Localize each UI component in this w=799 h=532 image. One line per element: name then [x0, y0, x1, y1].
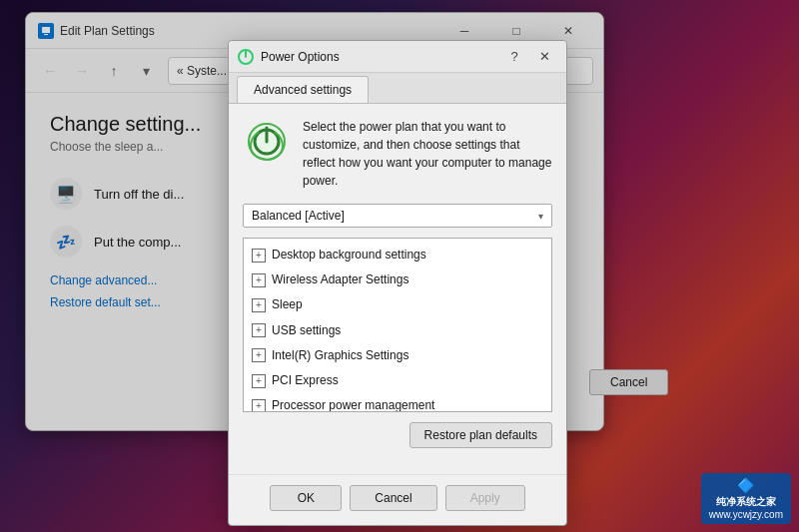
expand-icon[interactable]: + — [252, 298, 266, 312]
dialog-power-icon-large — [243, 118, 291, 166]
expand-icon[interactable]: + — [252, 273, 266, 287]
dialog-footer: OK Cancel Apply — [229, 474, 566, 525]
ok-button[interactable]: OK — [270, 485, 342, 511]
list-item[interactable]: + Intel(R) Graphics Settings — [244, 343, 551, 368]
list-item[interactable]: + Wireless Adapter Settings — [244, 267, 551, 292]
dialog-overlay: Power Options ? ✕ Advanced settings — [0, 0, 799, 532]
dialog-description-row: Select the power plan that you want to c… — [243, 118, 552, 190]
list-item[interactable]: + Desktop background settings — [244, 243, 551, 267]
apply-button[interactable]: Apply — [445, 485, 525, 511]
plan-dropdown-label: Balanced [Active] — [252, 209, 538, 223]
power-options-dialog: Power Options ? ✕ Advanced settings — [228, 40, 567, 526]
dialog-titlebar: Power Options ? ✕ — [229, 41, 566, 73]
item-label: Desktop background settings — [272, 246, 426, 265]
list-item[interactable]: + Sleep — [244, 292, 551, 317]
expand-icon[interactable]: + — [252, 374, 266, 388]
settings-list-container[interactable]: + Desktop background settings + Wireless… — [243, 238, 552, 412]
plan-dropdown[interactable]: Balanced [Active] ▾ — [243, 204, 552, 228]
settings-list: + Desktop background settings + Wireless… — [244, 239, 551, 412]
restore-btn-row: Restore plan defaults — [243, 422, 552, 448]
dialog-power-icon — [237, 48, 255, 66]
dialog-body: Select the power plan that you want to c… — [229, 104, 566, 474]
watermark-line2: www.ycwjzy.com — [709, 509, 783, 520]
item-label: Intel(R) Graphics Settings — [272, 346, 408, 365]
dialog-title: Power Options — [261, 50, 500, 64]
item-label: USB settings — [272, 321, 341, 340]
list-item[interactable]: + PCI Express — [244, 368, 551, 393]
expand-icon[interactable]: + — [252, 348, 266, 362]
dialog-close-button[interactable]: ✕ — [530, 46, 558, 68]
dialog-tabs: Advanced settings — [229, 73, 566, 104]
tab-advanced-settings[interactable]: Advanced settings — [237, 76, 369, 103]
watermark: 🔷 纯净系统之家 www.ycwjzy.com — [701, 473, 791, 524]
watermark-icon: 🔷 — [709, 477, 783, 493]
restore-plan-defaults-button[interactable]: Restore plan defaults — [409, 422, 552, 448]
list-item[interactable]: + Processor power management — [244, 393, 551, 412]
dropdown-arrow-icon: ▾ — [538, 211, 543, 222]
item-label: Wireless Adapter Settings — [272, 270, 408, 289]
watermark-line1: 纯净系统之家 — [709, 495, 783, 509]
list-item[interactable]: + USB settings — [244, 318, 551, 343]
expand-icon[interactable]: + — [252, 323, 266, 337]
expand-icon[interactable]: + — [252, 399, 266, 412]
dialog-description-text: Select the power plan that you want to c… — [303, 118, 552, 190]
item-label: Sleep — [272, 295, 303, 314]
dialog-help-button[interactable]: ? — [500, 46, 528, 68]
cancel-button[interactable]: Cancel — [350, 485, 436, 511]
dialog-controls: ? ✕ — [500, 46, 558, 68]
item-label: Processor power management — [272, 396, 434, 412]
item-label: PCI Express — [272, 371, 339, 390]
expand-icon[interactable]: + — [252, 249, 266, 263]
